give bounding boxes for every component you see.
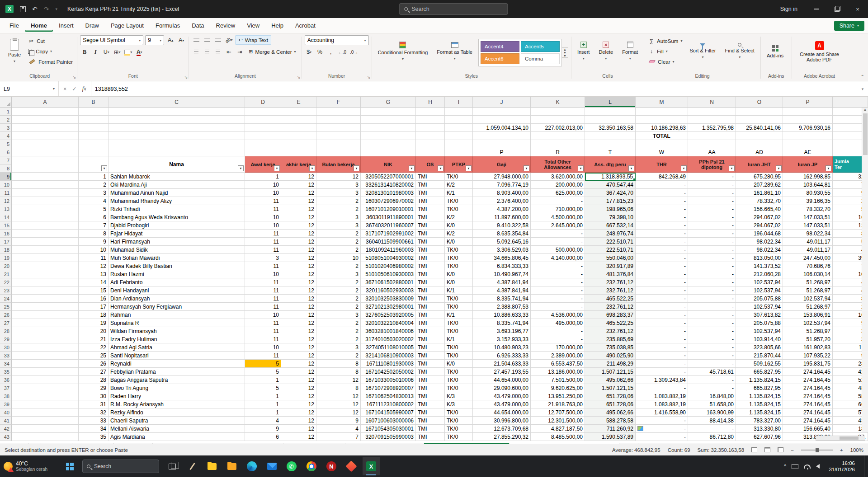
row-header[interactable]: 10 — [0, 181, 12, 189]
cell-ass[interactable]: 711.260,92 — [585, 425, 636, 433]
cell-ass[interactable]: 495.062,66 — [585, 376, 636, 384]
cell-akhir-kerja[interactable]: 12 — [281, 262, 316, 270]
cell-nama[interactable]: Wildan Firmansyah — [108, 327, 245, 335]
cell-iuran-jht[interactable]: 665.827,95 — [736, 368, 783, 376]
cell-bulan-bekerja[interactable]: 2 — [316, 238, 361, 246]
cell[interactable] — [316, 140, 361, 148]
cell-nama[interactable]: Dewa Kadek Billy Bastian — [108, 262, 245, 270]
underline-button[interactable]: U▾ — [102, 47, 111, 56]
cell[interactable] — [245, 108, 281, 116]
cell-os[interactable]: TMI — [416, 433, 445, 441]
cell-ass[interactable]: 235.885,69 — [585, 335, 636, 343]
cell-akhir-kerja[interactable]: 12 — [281, 270, 316, 278]
cell[interactable] — [281, 132, 316, 140]
cell-thr[interactable]: - — [636, 311, 688, 319]
cell-akhir-kerja[interactable]: 12 — [281, 319, 316, 327]
cell-os[interactable]: TMI — [416, 327, 445, 335]
cell-allowances[interactable]: 9.620.625,00 — [531, 384, 585, 392]
cell-thr[interactable]: 842.268,49 — [636, 173, 688, 181]
cell-iuran-jp[interactable]: 80.930,55 — [783, 189, 833, 197]
cell-nama[interactable]: R.M. Rocky Ariansyah — [108, 400, 245, 408]
header-cell-ptkp[interactable]: PTKP▾ — [445, 156, 473, 173]
cell-nama[interactable]: Rezky Alfindo — [108, 408, 245, 417]
row-header[interactable]: 25 — [0, 303, 12, 311]
cell-thr[interactable]: - — [636, 205, 688, 213]
cell-awal-kerja[interactable]: 1 — [245, 400, 281, 408]
cell-os[interactable]: TMI — [416, 246, 445, 254]
share-button[interactable]: Share ▾ — [834, 21, 864, 31]
cell[interactable] — [245, 124, 281, 132]
cell-nik[interactable]: 3201032210840004 — [361, 319, 416, 327]
fill-button[interactable]: ↓Fill▾ — [647, 47, 684, 56]
cell-os[interactable]: TMI — [416, 417, 445, 425]
cell-akhir-kerja[interactable]: 12 — [281, 360, 316, 368]
cell[interactable] — [416, 132, 445, 140]
cell[interactable] — [473, 116, 531, 124]
page-layout-view-icon[interactable] — [764, 447, 770, 452]
cell-akhir-kerja[interactable]: 12 — [281, 205, 316, 213]
cell[interactable] — [783, 140, 833, 148]
cell-akhir-kerja[interactable]: 12 — [281, 197, 316, 205]
cell-allowances[interactable]: 500.000,00 — [531, 246, 585, 254]
row-header[interactable]: 43 — [0, 433, 12, 441]
cell-iuran-jp[interactable]: 102.537,94 — [783, 295, 833, 303]
cell[interactable] — [445, 108, 473, 116]
cell-pph21[interactable]: - — [688, 189, 736, 197]
undo-icon[interactable]: ↶ — [32, 6, 38, 12]
cell[interactable] — [12, 173, 79, 181]
cell-iuran-jht[interactable]: 78.332,70 — [736, 197, 783, 205]
ribbon-tab[interactable]: Insert — [53, 19, 80, 32]
cell-awal-kerja[interactable]: 10 — [245, 213, 281, 221]
formula-input[interactable]: 1318893,552 — [91, 81, 857, 96]
row-header[interactable]: 40 — [0, 408, 12, 417]
row-header[interactable]: 5 — [0, 140, 12, 148]
header-cell-thr[interactable]: THR▾ — [636, 156, 688, 173]
cell-iuran-jht[interactable]: 307.613,82 — [736, 311, 783, 319]
cell[interactable] — [12, 327, 79, 335]
cell-awal-kerja[interactable]: 5 — [245, 360, 281, 368]
cell-allowances[interactable]: 625.000,00 — [531, 189, 585, 197]
filter-icon[interactable]: ▾ — [681, 165, 687, 171]
cell-iuran-jp[interactable]: 70.686,76 — [783, 262, 833, 270]
cell[interactable] — [12, 140, 79, 148]
cell[interactable] — [585, 140, 636, 148]
cell-gaji[interactable]: 34.665.806,45 — [473, 254, 531, 262]
name-box[interactable]: L9 ▾ — [0, 81, 59, 96]
scroll-up-icon[interactable]: ▲ — [863, 108, 867, 112]
cell-ass[interactable]: 232.761,12 — [585, 327, 636, 335]
cell-akhir-kerja[interactable]: 12 — [281, 230, 316, 238]
cell-gaji[interactable]: 43.479.000,00 — [473, 400, 531, 408]
mail-button[interactable] — [263, 457, 280, 475]
cell-ptkp[interactable]: TK/0 — [445, 408, 473, 417]
cell-thr[interactable]: - — [636, 319, 688, 327]
cell-gaji[interactable]: 7.096.774,19 — [473, 181, 531, 189]
cell-iuran-jp[interactable]: 107.935,22 — [783, 352, 833, 360]
cell-pph21[interactable]: 45.718,61 — [688, 368, 736, 376]
cell[interactable] — [416, 140, 445, 148]
cell-no[interactable]: 22 — [79, 343, 108, 352]
cell-awal-kerja[interactable]: 9 — [245, 425, 281, 433]
cell-allowances[interactable]: 4.140.000,00 — [531, 254, 585, 262]
accounting-format-button[interactable]: $▾ — [305, 47, 314, 56]
cell-bulan-bekerja[interactable]: 3 — [316, 189, 361, 197]
cell[interactable] — [281, 124, 316, 132]
filter-icon[interactable]: ▾ — [101, 165, 107, 171]
cell[interactable] — [12, 319, 79, 327]
cell-gaji[interactable]: 27.855.290,32 — [473, 433, 531, 441]
cell-nik[interactable]: 1603072906970002 — [361, 197, 416, 205]
cell-ptkp[interactable]: K/1 — [445, 335, 473, 343]
column-header[interactable]: M — [636, 97, 688, 108]
conditional-formatting-button[interactable]: Conditional Formatting ▾ — [375, 35, 431, 68]
cell-os[interactable]: TMI — [416, 368, 445, 376]
cell-pph21[interactable]: - — [688, 303, 736, 311]
cell-awal-kerja[interactable]: 1 — [245, 408, 281, 417]
cell-nik[interactable]: 1671110801930003 — [361, 360, 416, 368]
cell[interactable] — [473, 140, 531, 148]
cell-gaji[interactable]: 4.387.200,00 — [473, 205, 531, 213]
cell[interactable] — [531, 116, 585, 124]
cell[interactable] — [12, 262, 79, 270]
cell-bulan-bekerja[interactable]: 2 — [316, 327, 361, 335]
taskbar-search[interactable]: Search — [82, 460, 159, 473]
cell-bulan-bekerja[interactable]: 2 — [316, 303, 361, 311]
cell-ptkp[interactable]: K/3 — [445, 392, 473, 400]
